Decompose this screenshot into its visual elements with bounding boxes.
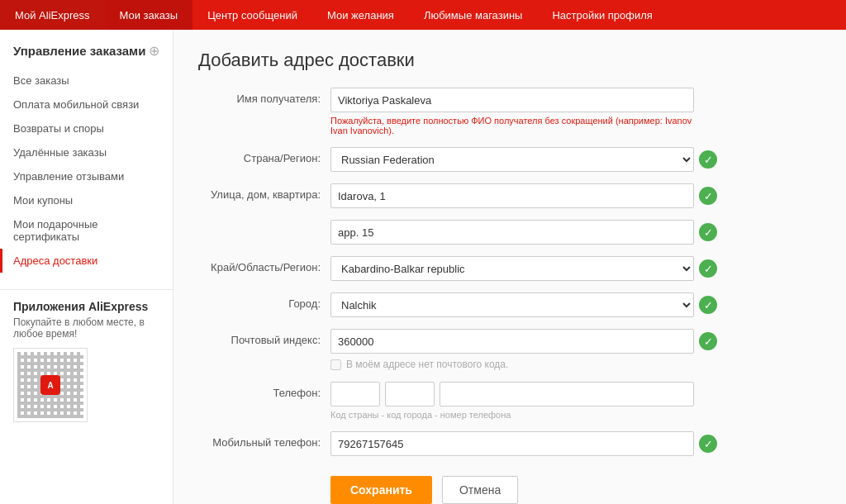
phone-row: Телефон: Код страны - код города - номер… bbox=[198, 382, 821, 420]
street-label: Улица, дом, квартира: bbox=[198, 183, 330, 201]
nav-item-центр-сообщений[interactable]: Центр сообщений bbox=[192, 0, 312, 30]
region-field-wrap: Kabardino-Balkar republic Moscow Saint P… bbox=[330, 256, 694, 281]
street2-label bbox=[198, 220, 330, 225]
sidebar-menu-item[interactable]: Управление отзывами bbox=[0, 164, 173, 188]
mobile-input[interactable] bbox=[330, 431, 694, 456]
city-field-wrap: Nalchik Moscow Kazan bbox=[330, 292, 694, 317]
sidebar-menu-item[interactable]: Мои подарочные сертификаты bbox=[0, 212, 173, 249]
phone-hint: Код страны - код города - номер телефона bbox=[330, 410, 694, 420]
collapse-icon[interactable]: ⊕ bbox=[149, 43, 159, 59]
city-select[interactable]: Nalchik Moscow Kazan bbox=[330, 292, 694, 317]
mobile-field-wrap bbox=[330, 431, 694, 456]
street1-input[interactable] bbox=[330, 183, 694, 208]
nav-item-мои-желания[interactable]: Мои желания bbox=[312, 0, 409, 30]
sidebar-menu-item[interactable]: Оплата мобильной связи bbox=[0, 93, 173, 116]
country-valid: ✓ bbox=[694, 147, 715, 169]
street2-field-wrap bbox=[330, 220, 694, 245]
nav-item-любимые-магазины[interactable]: Любимые магазины bbox=[409, 0, 538, 30]
recipient-valid bbox=[694, 88, 715, 91]
app-subtitle: Покупайте в любом месте, в любое время! bbox=[13, 316, 159, 340]
street2-row: ✓ bbox=[198, 220, 821, 245]
qr-code: A bbox=[13, 348, 88, 422]
no-postal-checkbox[interactable] bbox=[330, 359, 341, 370]
postal-valid: ✓ bbox=[694, 329, 715, 350]
main-content: Добавить адрес доставки Имя получателя: … bbox=[173, 30, 846, 504]
region-label: Край/Область/Регион: bbox=[198, 256, 330, 273]
postal-field-wrap: В моём адресе нет почтового кода. bbox=[330, 329, 694, 370]
mobile-row: Мобильный телефон: ✓ bbox=[198, 431, 821, 456]
nav-item-мой-aliexpress[interactable]: Мой AliExpress bbox=[0, 0, 105, 30]
region-select[interactable]: Kabardino-Balkar republic Moscow Saint P… bbox=[330, 256, 694, 281]
sidebar-menu-item[interactable]: Возвраты и споры bbox=[0, 116, 173, 140]
nav-item-настройки-профиля[interactable]: Настройки профиля bbox=[537, 0, 667, 30]
aliexpress-logo: A bbox=[40, 375, 60, 395]
sidebar-menu-item[interactable]: Все заказы bbox=[0, 69, 173, 93]
country-row: Страна/Регион: Russian Federation Ukrain… bbox=[198, 147, 821, 172]
phone-country-input[interactable] bbox=[330, 382, 380, 407]
street2-check-icon: ✓ bbox=[699, 223, 717, 241]
no-postal-label: В моём адресе нет почтового кода. bbox=[346, 359, 508, 370]
street1-row: Улица, дом, квартира: ✓ bbox=[198, 183, 821, 208]
recipient-label: Имя получателя: bbox=[198, 88, 330, 105]
sidebar-menu-item[interactable]: Мои купоны bbox=[0, 188, 173, 212]
street1-check-icon: ✓ bbox=[699, 187, 717, 205]
sidebar-menu-item[interactable]: Удалённые заказы bbox=[0, 140, 173, 164]
save-button[interactable]: Сохранить bbox=[330, 476, 432, 504]
country-check-icon: ✓ bbox=[699, 150, 717, 169]
city-valid: ✓ bbox=[694, 292, 715, 314]
recipient-field-wrap: Пожалуйста, введите полностью ФИО получа… bbox=[330, 88, 694, 136]
mobile-label: Мобильный телефон: bbox=[198, 431, 330, 449]
app-title: Приложения AliExpress bbox=[13, 300, 159, 313]
postal-input[interactable] bbox=[330, 329, 694, 354]
delivery-address-form: Имя получателя: Пожалуйста, введите полн… bbox=[198, 88, 821, 504]
region-valid: ✓ bbox=[694, 256, 715, 278]
sidebar-menu: Все заказыОплата мобильной связиВозвраты… bbox=[0, 69, 173, 273]
top-nav: Мой AliExpressМои заказыЦентр сообщенийМ… bbox=[0, 0, 846, 30]
recipient-row: Имя получателя: Пожалуйста, введите полн… bbox=[198, 88, 821, 136]
recipient-hint: Пожалуйста, введите полностью ФИО получа… bbox=[330, 116, 694, 136]
phone-inputs bbox=[330, 382, 694, 407]
phone-city-input[interactable] bbox=[385, 382, 435, 407]
street2-valid: ✓ bbox=[694, 220, 715, 241]
country-select[interactable]: Russian Federation Ukraine Belarus Kazak… bbox=[330, 147, 694, 172]
no-postal-row: В моём адресе нет почтового кода. bbox=[330, 359, 694, 370]
city-row: Город: Nalchik Moscow Kazan ✓ bbox=[198, 292, 821, 317]
country-field-wrap: Russian Federation Ukraine Belarus Kazak… bbox=[330, 147, 694, 172]
region-check-icon: ✓ bbox=[699, 259, 717, 278]
sidebar: Управление заказами ⊕ Все заказыОплата м… bbox=[0, 30, 173, 504]
postal-label: Почтовый индекс: bbox=[198, 329, 330, 346]
postal-row: Почтовый индекс: В моём адресе нет почто… bbox=[198, 329, 821, 370]
cancel-button[interactable]: Отмена bbox=[442, 476, 518, 504]
phone-label: Телефон: bbox=[198, 382, 330, 399]
sidebar-menu-item[interactable]: Адреса доставки bbox=[0, 249, 173, 273]
phone-number-input[interactable] bbox=[440, 382, 694, 407]
phone-valid bbox=[694, 382, 715, 385]
street1-field-wrap bbox=[330, 183, 694, 208]
nav-item-мои-заказы[interactable]: Мои заказы bbox=[105, 0, 193, 30]
sidebar-title: Управление заказами bbox=[13, 44, 145, 59]
region-row: Край/Область/Регион: Kabardino-Balkar re… bbox=[198, 256, 821, 281]
page-title: Добавить адрес доставки bbox=[198, 50, 821, 71]
phone-field-wrap: Код страны - код города - номер телефона bbox=[330, 382, 694, 420]
postal-check-icon: ✓ bbox=[699, 332, 717, 350]
city-check-icon: ✓ bbox=[699, 296, 717, 314]
mobile-valid: ✓ bbox=[694, 431, 715, 453]
country-label: Страна/Регион: bbox=[198, 147, 330, 164]
recipient-input[interactable] bbox=[330, 88, 694, 112]
street1-valid: ✓ bbox=[694, 183, 715, 205]
city-label: Город: bbox=[198, 292, 330, 310]
mobile-check-icon: ✓ bbox=[699, 435, 717, 453]
street2-input[interactable] bbox=[330, 220, 694, 245]
form-buttons: Сохранить Отмена bbox=[198, 476, 821, 504]
app-promo: Приложения AliExpress Покупайте в любом … bbox=[0, 289, 173, 432]
